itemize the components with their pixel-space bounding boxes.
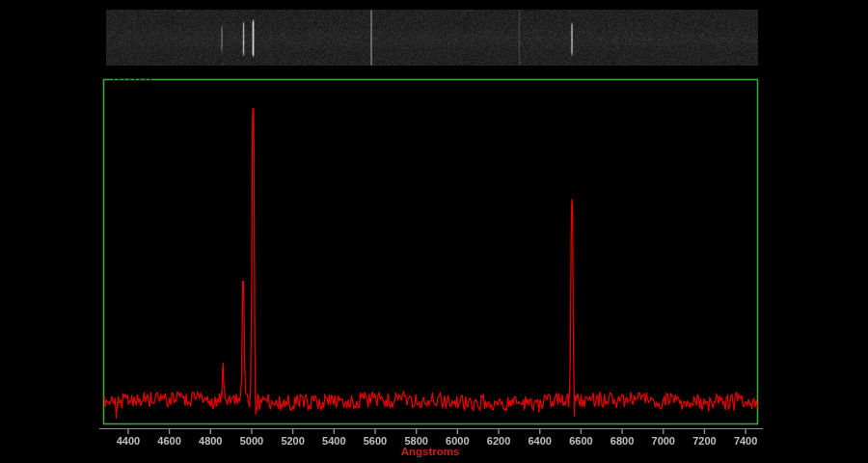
x-tick-label: 7400 (734, 435, 757, 447)
border-notch (119, 79, 121, 82)
spectrum-trace (104, 109, 757, 419)
x-tick-label: 5200 (281, 435, 304, 447)
x-tick-label: 7000 (652, 435, 675, 447)
border-notch (129, 79, 131, 82)
x-tick-label: 6800 (610, 435, 634, 447)
x-axis-title: Angstroms (401, 446, 460, 457)
border-notch (150, 79, 152, 82)
x-tick-label: 5400 (322, 435, 345, 447)
border-notch (113, 79, 115, 82)
border-notch (145, 79, 147, 82)
x-axis-ticks (128, 429, 746, 435)
x-tick-label: 6400 (528, 435, 551, 447)
x-tick-label: 5600 (364, 435, 387, 447)
1d-spectrum-plot[interactable]: 4400460048005000520054005600580060006200… (0, 0, 868, 463)
spectrum-display-window: 4400460048005000520054005600580060006200… (0, 0, 868, 463)
x-tick-label: 6200 (487, 435, 510, 447)
border-notch (140, 79, 142, 82)
border-notch (134, 79, 136, 82)
x-tick-label: 4600 (157, 435, 180, 447)
border-notch (123, 79, 125, 82)
plot-border (104, 80, 758, 424)
x-tick-label: 6600 (569, 435, 592, 447)
x-tick-label: 4800 (199, 435, 222, 447)
x-tick-label: 4400 (117, 435, 140, 447)
x-tick-label: 7200 (692, 435, 716, 447)
x-tick-label: 5000 (240, 435, 263, 447)
